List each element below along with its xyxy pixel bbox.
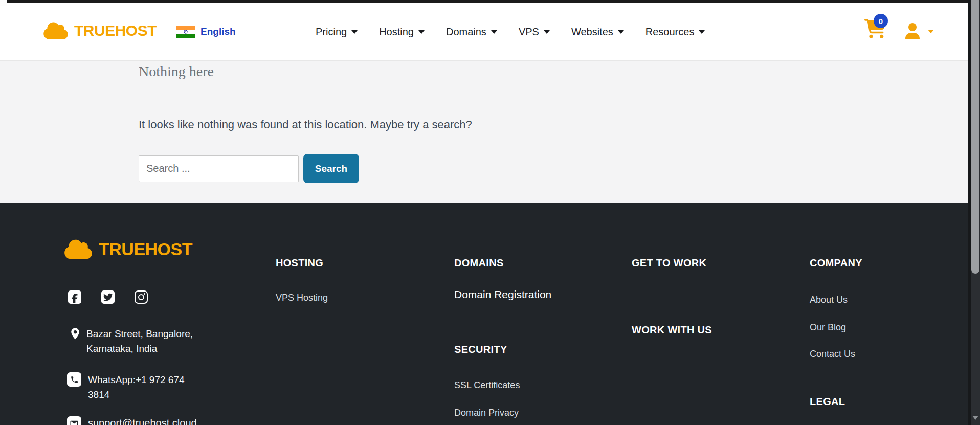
whatsapp-text: WhatsApp:+1 972 674 3814 xyxy=(88,372,185,402)
nav-label: Domains xyxy=(446,26,486,38)
footer-link-about-us[interactable]: About Us xyxy=(810,295,848,305)
user-icon xyxy=(904,23,921,39)
address-line2: Karnataka, India xyxy=(86,341,193,356)
chevron-down-icon xyxy=(928,30,934,33)
footer-heading-security: SECURITY xyxy=(454,344,507,355)
address-row: Bazar Street, Bangalore, Karnataka, Indi… xyxy=(70,326,193,356)
social-links xyxy=(68,290,148,304)
nav-item-vps[interactable]: VPS xyxy=(519,26,550,38)
nav-label: Hosting xyxy=(379,26,414,38)
top-edge-bar xyxy=(0,0,971,3)
footer-heading-company: COMPANY xyxy=(810,257,862,269)
scrollbar-thumb[interactable] xyxy=(971,0,979,274)
chevron-down-icon xyxy=(544,30,550,34)
footer-heading-get-to-work: GET TO WORK xyxy=(632,257,706,269)
search-form: Search xyxy=(139,154,971,183)
search-button[interactable]: Search xyxy=(303,154,359,183)
account-menu[interactable] xyxy=(904,23,934,39)
instagram-icon xyxy=(138,294,144,300)
address-text: Bazar Street, Bangalore, Karnataka, Indi… xyxy=(86,326,193,356)
facebook-icon xyxy=(72,293,78,304)
nav-label: VPS xyxy=(519,26,539,38)
footer-heading-work-with-us: WORK WITH US xyxy=(632,324,712,336)
nav-label: Resources xyxy=(645,26,695,38)
footer-link-our-blog[interactable]: Our Blog xyxy=(810,322,846,333)
email-text: support@truehost.cloud xyxy=(88,416,197,425)
email-icon xyxy=(67,416,81,425)
twitter-icon xyxy=(103,293,113,302)
footer-logo[interactable]: TRUEHOST xyxy=(64,238,192,260)
not-found-message: It looks like nothing was found at this … xyxy=(139,118,971,131)
brand-wordmark: TRUEHOST xyxy=(99,239,192,259)
nav-label: Websites xyxy=(571,26,613,38)
scrollbar-down-arrow[interactable] xyxy=(972,416,978,420)
chevron-down-icon xyxy=(418,30,425,34)
main-nav: Pricing Hosting Domains VPS Websites Res… xyxy=(316,3,705,61)
footer-heading-legal: LEGAL xyxy=(810,396,845,408)
india-flag-icon xyxy=(176,26,195,38)
location-pin-icon xyxy=(70,326,81,341)
top-edge-notch xyxy=(0,0,7,6)
nav-label: Pricing xyxy=(316,26,347,38)
cart-button[interactable]: 0 xyxy=(864,19,893,48)
phone-icon xyxy=(67,372,81,387)
facebook-button[interactable] xyxy=(68,290,81,304)
language-selector[interactable]: English xyxy=(176,26,236,38)
footer-link-domain-registration[interactable]: Domain Registration xyxy=(454,288,551,301)
site-footer: TRUEHOST Bazar Street, Bangalore, Karnat… xyxy=(0,203,971,425)
instagram-button[interactable] xyxy=(135,290,148,304)
footer-link-contact-us[interactable]: Contact Us xyxy=(810,349,855,360)
whatsapp-line2: 3814 xyxy=(88,387,185,402)
footer-link-vps-hosting[interactable]: VPS Hosting xyxy=(276,293,328,303)
footer-heading-hosting: HOSTING xyxy=(276,257,323,269)
chevron-down-icon xyxy=(618,30,624,34)
page-title: Nothing here xyxy=(139,62,971,81)
cloud-logo-icon xyxy=(64,238,92,260)
footer-link-domain-privacy[interactable]: Domain Privacy xyxy=(454,408,519,418)
whatsapp-line1: WhatsApp:+1 972 674 xyxy=(88,372,185,387)
chevron-down-icon xyxy=(699,30,705,34)
language-label: English xyxy=(201,26,236,37)
nav-item-resources[interactable]: Resources xyxy=(645,26,705,38)
chevron-down-icon xyxy=(491,30,497,34)
whatsapp-row[interactable]: WhatsApp:+1 972 674 3814 xyxy=(67,372,185,402)
brand-wordmark: TRUEHOST xyxy=(74,22,157,39)
footer-link-ssl-certificates[interactable]: SSL Certificates xyxy=(454,380,520,391)
address-line1: Bazar Street, Bangalore, xyxy=(86,326,193,341)
instagram-dot xyxy=(144,293,145,295)
chevron-down-icon xyxy=(351,30,358,34)
nav-item-hosting[interactable]: Hosting xyxy=(379,26,425,38)
footer-heading-domains: DOMAINS xyxy=(454,257,504,269)
search-input[interactable] xyxy=(139,155,299,182)
page: TRUEHOST English Pricing Hosting Dom xyxy=(0,0,971,425)
nav-item-websites[interactable]: Websites xyxy=(571,26,624,38)
not-found-section: Nothing here It looks like nothing was f… xyxy=(0,61,971,203)
cart-count-badge: 0 xyxy=(874,14,888,28)
email-row[interactable]: support@truehost.cloud xyxy=(67,416,197,425)
cloud-logo-icon xyxy=(43,21,68,40)
header-logo[interactable]: TRUEHOST xyxy=(43,21,157,40)
nav-item-domains[interactable]: Domains xyxy=(446,26,497,38)
nav-item-pricing[interactable]: Pricing xyxy=(316,26,358,38)
twitter-button[interactable] xyxy=(101,290,115,304)
site-header: TRUEHOST English Pricing Hosting Dom xyxy=(0,3,971,61)
vertical-scrollbar[interactable] xyxy=(971,0,980,425)
